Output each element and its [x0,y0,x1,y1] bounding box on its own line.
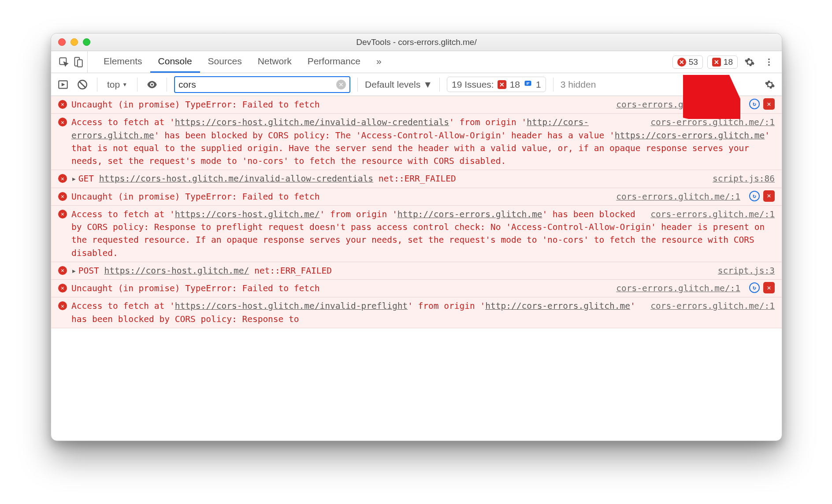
hidden-label: 3 hidden [561,79,596,90]
tab-label: Console [158,56,192,67]
source-link[interactable]: cors-errors.glitch.me/:1 [616,98,740,111]
console-message: Uncaught (in promise) TypeError: Failed … [71,282,603,295]
tab-elements[interactable]: Elements [96,51,150,73]
clear-filter-button[interactable]: ✕ [336,80,346,89]
source-link[interactable]: cors-errors.glitch.me/:1 [650,300,775,312]
settings-button[interactable] [742,55,757,70]
svg-point-5 [768,64,770,66]
context-label: top [107,79,120,90]
tab-network[interactable]: Network [250,51,300,73]
source-link[interactable]: script.js:86 [713,172,775,185]
svg-point-8 [151,83,153,85]
console-message: cors-errors.glitch.me/:1 Access to fetch… [71,116,775,167]
filter-input-wrapper[interactable]: ✕ [174,76,350,93]
close-window-button[interactable] [58,38,66,46]
tab-console[interactable]: Console [150,51,200,73]
replay-xhr-icon[interactable]: ↻ [749,282,760,293]
error-icon: ✕ [58,266,67,275]
svg-rect-11 [527,84,528,85]
replay-xhr-icon[interactable]: ↻ [749,191,760,201]
error-icon: ✕ [677,58,686,67]
source-link[interactable]: cors-errors.glitch.me/:1 [616,190,740,203]
console-error-row[interactable]: ✕ cors-errors.glitch.me/:1 Access to fet… [51,206,782,262]
svg-point-3 [768,58,770,60]
zoom-window-button[interactable] [83,38,90,46]
svg-point-4 [768,61,770,63]
console-error-row[interactable]: ✕ cors-errors.glitch.me/:1 Access to fet… [51,114,782,170]
console-message: ▸POST https://cors-host.glitch.me/ net::… [71,264,705,277]
tab-overflow[interactable]: » [368,51,390,73]
issues-label: 19 Issues: [452,79,494,90]
toggle-sidebar-button[interactable] [56,77,71,92]
live-expression-button[interactable] [145,77,160,92]
console-settings-button[interactable] [762,77,777,92]
divider [97,78,97,92]
divider [357,78,358,92]
tab-sources[interactable]: Sources [200,51,250,73]
issues-pill[interactable]: 19 Issues: ✕ 18 1 [447,77,546,92]
divider [439,78,440,92]
console-error-row[interactable]: ✕ ▸POST https://cors-host.glitch.me/ net… [51,262,782,280]
clear-console-button[interactable] [75,77,90,92]
overflow-label: » [376,56,382,67]
log-level-label: Default levels [365,79,420,90]
console-message: ▸GET https://cors-host.glitch.me/invalid… [71,172,699,185]
info-icon [524,79,532,90]
source-link[interactable]: cors-errors.glitch.me/:1 [650,116,775,129]
error-count: 53 [689,57,698,67]
console-body: ✕ Uncaught (in promise) TypeError: Faile… [51,96,782,441]
error-count-badge[interactable]: ✕ 53 [672,56,703,69]
console-error-row[interactable]: ✕ Uncaught (in promise) TypeError: Faile… [51,280,782,297]
chevron-down-icon: ▼ [423,79,432,90]
tab-label: Network [258,56,292,67]
minimize-window-button[interactable] [71,38,78,46]
source-link[interactable]: cors-errors.glitch.me/:1 [650,208,775,221]
svg-rect-2 [78,59,82,67]
issue-count: 18 [724,57,733,67]
expand-caret-icon[interactable]: ▸ [71,266,77,276]
replay-xhr-icon[interactable]: ↻ [749,99,760,109]
inspect-element-icon[interactable] [58,56,70,68]
svg-rect-10 [527,82,530,83]
source-link[interactable]: script.js:3 [718,264,775,277]
context-select[interactable]: top ▼ [104,79,130,90]
divider [137,78,137,92]
devtools-window: DevTools - cors-errors.glitch.me/ Elemen… [51,33,782,441]
error-icon: ✕ [58,210,67,219]
issue-icon: ✕ [712,58,721,67]
error-icon: ✕ [58,174,67,183]
devtools-tabs-bar: Elements Console Sources Network Perform… [51,51,782,73]
console-error-row[interactable]: ✕ cors-errors.glitch.me/:1 Access to fet… [51,297,782,328]
issue-link-icon[interactable]: ✕ [763,98,775,110]
error-icon: ✕ [58,100,67,109]
tab-label: Sources [208,56,242,67]
console-message: cors-errors.glitch.me/:1 Access to fetch… [71,208,775,259]
more-menu-button[interactable] [761,55,776,70]
log-level-select[interactable]: Default levels ▼ [365,79,432,90]
issue-link-icon[interactable]: ✕ [763,190,775,202]
window-titlebar: DevTools - cors-errors.glitch.me/ [51,33,782,51]
error-icon: ✕ [58,118,67,126]
error-icon: ✕ [58,301,67,310]
issue-count-badge[interactable]: ✕ 18 [707,56,738,69]
console-error-row[interactable]: ✕ Uncaught (in promise) TypeError: Faile… [51,96,782,114]
console-message: cors-errors.glitch.me/:1 Access to fetch… [71,300,775,326]
filter-input[interactable] [178,79,336,90]
console-error-row[interactable]: ✕ Uncaught (in promise) TypeError: Faile… [51,188,782,206]
hidden-messages[interactable]: 3 hidden [561,79,596,90]
console-error-row[interactable]: ✕ ▸GET https://cors-host.glitch.me/inval… [51,170,782,188]
divider [553,78,553,92]
console-message: Uncaught (in promise) TypeError: Failed … [71,98,603,111]
device-toggle-icon[interactable] [72,56,84,68]
tab-label: Performance [308,56,360,67]
error-icon: ✕ [58,192,67,201]
error-icon: ✕ [58,284,67,293]
panel-tabs: Elements Console Sources Network Perform… [96,51,390,73]
expand-caret-icon[interactable]: ▸ [71,174,77,184]
issue-link-icon[interactable]: ✕ [763,282,775,293]
console-message: Uncaught (in promise) TypeError: Failed … [71,190,603,203]
tab-performance[interactable]: Performance [300,51,368,73]
issues-error-count: 18 [510,79,520,90]
tab-label: Elements [104,56,142,67]
source-link[interactable]: cors-errors.glitch.me/:1 [616,282,740,295]
